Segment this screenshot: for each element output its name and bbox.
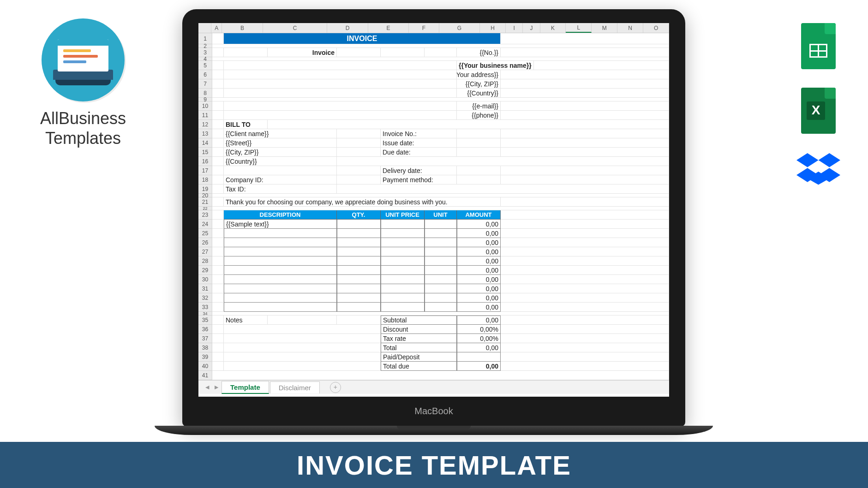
hdr-description[interactable]: DESCRIPTION [224,210,337,220]
row-36[interactable]: 36 [198,325,212,334]
invoice-no-value[interactable]: {{No.}} [457,48,501,57]
row-17[interactable]: 17 [198,166,212,175]
row-21[interactable]: 21 [198,197,212,207]
row-40[interactable]: 40 [198,362,212,371]
hdr-qty[interactable]: QTY. [337,210,381,220]
row-18[interactable]: 18 [198,175,212,184]
col-O[interactable]: O [643,23,669,33]
meta-delivery[interactable]: Delivery date: [381,166,457,175]
item-desc-1[interactable]: {{Sample text}} [224,220,337,229]
row-24[interactable]: 24 [198,220,212,229]
row-39[interactable]: 39 [198,352,212,362]
row-14[interactable]: 14 [198,138,212,148]
row-5[interactable]: 5 [198,61,212,70]
row-16[interactable]: 16 [198,157,212,166]
tax-label[interactable]: Tax rate [381,334,457,343]
bill-client[interactable]: {{Client name}} [224,129,337,138]
col-K[interactable]: K [540,23,566,33]
from-city[interactable]: {{City, ZIP}} [457,79,501,89]
discount-label[interactable]: Discount [381,325,457,334]
tab-nav-next-icon[interactable]: ▶ [212,384,221,390]
bill-to-label[interactable]: BILL TO [224,120,268,129]
bill-country[interactable]: {{Country}} [224,157,337,166]
col-I[interactable]: I [506,23,523,33]
row-15[interactable]: 15 [198,148,212,157]
row-37[interactable]: 37 [198,334,212,343]
row-13[interactable]: 13 [198,129,212,138]
meta-payment[interactable]: Payment method: [381,175,457,184]
allbusiness-logo: AllBusiness Templates [28,18,138,148]
col-D[interactable]: D [327,23,368,33]
tax-id[interactable]: Tax ID: [224,184,337,194]
total-label[interactable]: Total [381,343,457,352]
row-25[interactable]: 25 [198,229,212,238]
row-27[interactable]: 27 [198,247,212,256]
hdr-price[interactable]: UNIT PRICE [381,210,425,220]
row-31[interactable]: 31 [198,284,212,293]
row-7[interactable]: 7 [198,79,212,89]
row-29[interactable]: 29 [198,266,212,275]
row-10[interactable]: 10 [198,101,212,111]
row-22[interactable]: 22 [198,207,212,210]
bill-city[interactable]: {{City, ZIP}} [224,148,337,157]
meta-invoice-no[interactable]: Invoice No.: [381,129,457,138]
col-F[interactable]: F [409,23,439,33]
row-12[interactable]: 12 [198,120,212,129]
row-35[interactable]: 35 [198,315,212,325]
col-H[interactable]: H [480,23,506,33]
row-32[interactable]: 32 [198,293,212,303]
total-value[interactable]: 0,00 [457,343,501,352]
due-label[interactable]: Total due [381,362,457,371]
subtotal-value[interactable]: 0,00 [457,315,501,325]
due-value[interactable]: 0,00 [457,362,501,371]
invoice-title[interactable]: INVOICE [224,33,501,44]
row-26[interactable]: 26 [198,238,212,247]
col-C[interactable]: C [263,23,328,33]
col-E[interactable]: E [368,23,409,33]
item-amt-1[interactable]: 0,00 [457,220,501,229]
row-9[interactable]: 9 [198,98,212,101]
col-B[interactable]: B [222,23,263,33]
tab-disclaimer[interactable]: Disclaimer [270,381,320,393]
invoice-label[interactable]: Invoice [268,48,337,57]
col-J[interactable]: J [523,23,540,33]
meta-issue-date[interactable]: Issue date: [381,138,457,148]
tab-add-button[interactable]: + [330,382,341,393]
from-country[interactable]: {{Country}} [457,89,501,98]
row-34[interactable]: 34 [198,312,212,315]
tax-value[interactable]: 0,00% [457,334,501,343]
col-A[interactable]: A [211,23,222,33]
from-address[interactable]: {{Your address}} [457,70,501,79]
row-38[interactable]: 38 [198,343,212,352]
row-41[interactable]: 41 [198,371,212,380]
hdr-unit[interactable]: UNIT [425,210,457,220]
bill-street[interactable]: {{Street}} [224,138,337,148]
row-30[interactable]: 30 [198,275,212,284]
subtotal-label[interactable]: Subtotal [381,315,457,325]
tab-template[interactable]: Template [221,381,269,394]
paid-label[interactable]: Paid/Deposit [381,352,457,362]
paid-value[interactable] [457,352,501,362]
hdr-amount[interactable]: AMOUNT [457,210,501,220]
col-G[interactable]: G [439,23,480,33]
row-33[interactable]: 33 [198,303,212,312]
row-11[interactable]: 11 [198,111,212,120]
notes-label[interactable]: Notes [224,315,268,325]
row-28[interactable]: 28 [198,256,212,266]
row-2[interactable]: 2 [198,44,212,48]
row-20[interactable]: 20 [198,194,212,197]
from-business[interactable]: {{Your business name}} [457,61,534,70]
from-email[interactable]: {{e-mail}} [457,101,501,111]
col-N[interactable]: N [617,23,643,33]
col-M[interactable]: M [592,23,617,33]
thanks-message[interactable]: Thank you for choosing our company, we a… [224,197,501,207]
row-23[interactable]: 23 [198,210,212,220]
tab-nav-prev-icon[interactable]: ◀ [203,384,211,390]
from-phone[interactable]: {{phone}} [457,111,501,120]
row-6[interactable]: 6 [198,70,212,79]
meta-due-date[interactable]: Due date: [381,148,457,157]
row-4[interactable]: 4 [198,57,212,61]
col-L[interactable]: L [566,23,592,33]
discount-value[interactable]: 0,00% [457,325,501,334]
company-id[interactable]: Company ID: [224,175,337,184]
